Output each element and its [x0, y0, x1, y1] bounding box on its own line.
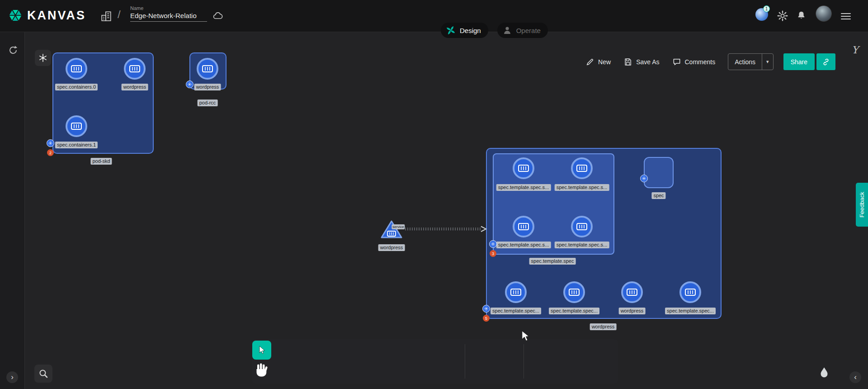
comments-button[interactable]: Comments: [672, 57, 716, 66]
comments-label: Comments: [685, 58, 716, 66]
actions-caret-icon[interactable]: ▾: [762, 54, 773, 70]
settings-gear-icon[interactable]: [777, 10, 788, 22]
save-as-label: Save As: [636, 58, 659, 66]
container-icon: [518, 223, 529, 230]
select-tool[interactable]: [252, 341, 271, 360]
container-node-wordpress[interactable]: [124, 58, 146, 80]
container-node-spec-containers-0[interactable]: [66, 58, 87, 80]
node-label: spec.template.spec...: [665, 308, 716, 314]
structure-toggle-icon[interactable]: Y: [852, 44, 859, 56]
actions-split-button[interactable]: Actions ▾: [728, 53, 773, 70]
actions-label: Actions: [728, 58, 762, 66]
error-count-badge[interactable]: 5: [483, 315, 490, 322]
copy-link-button[interactable]: [816, 53, 835, 70]
container-node-bottom-3[interactable]: [621, 281, 643, 303]
chevron-right-icon: ›: [11, 373, 14, 382]
spec-node[interactable]: [644, 157, 674, 188]
expand-left-panel-button[interactable]: ›: [6, 371, 18, 383]
design-name-input[interactable]: [130, 11, 207, 22]
node-label: wordpress: [122, 84, 148, 90]
cursor-arrow-icon: [256, 345, 267, 356]
pan-hand-icon[interactable]: [253, 362, 269, 379]
node-label: wordpress: [619, 308, 646, 314]
save-icon: [623, 57, 632, 66]
kanvas-logo-icon: [7, 7, 24, 24]
container-icon: [71, 123, 82, 130]
share-button[interactable]: Share: [783, 53, 815, 70]
kanvas-app: KANVAS / Name: [0, 0, 868, 389]
kubernetes-badge-icon[interactable]: [47, 139, 54, 147]
service-node[interactable]: [380, 219, 403, 240]
user-avatar[interactable]: [816, 5, 832, 22]
breadcrumb-separator: /: [118, 8, 121, 21]
node-label: spec.containers.0: [55, 84, 98, 90]
kubernetes-badge-icon[interactable]: [489, 240, 497, 248]
service-deployment-edge[interactable]: [404, 225, 488, 232]
feedback-tab[interactable]: Feedback: [856, 183, 868, 227]
new-design-button[interactable]: New: [585, 57, 611, 66]
container-icon: [569, 289, 580, 296]
node-label: spec: [651, 192, 665, 199]
node-label: spec.containers.1: [55, 142, 98, 148]
dock-divider: [465, 344, 465, 379]
container-icon: [510, 289, 521, 296]
container-icon: [685, 289, 696, 296]
menu-hamburger-icon[interactable]: [841, 11, 851, 21]
container-node-template-1[interactable]: [513, 157, 534, 179]
node-label: wordpress: [194, 84, 221, 90]
left-rail: [0, 32, 25, 389]
cloud-sync-icon[interactable]: [212, 11, 224, 22]
container-icon: [576, 223, 587, 230]
error-count-badge[interactable]: 3: [490, 250, 496, 257]
container-node-wordpress[interactable]: [197, 58, 218, 80]
container-icon: [576, 165, 587, 172]
group-label: spec.template.spec: [529, 258, 576, 265]
operate-mode-icon: [502, 25, 513, 36]
tool-dock: [252, 339, 618, 384]
error-count-badge[interactable]: 2: [47, 149, 54, 156]
design-mode-icon: [445, 25, 456, 36]
container-node-template-2[interactable]: [571, 157, 593, 179]
node-label: spec.template.spec.s...: [496, 184, 551, 191]
container-icon: [202, 65, 213, 72]
container-node-bottom-2[interactable]: [563, 281, 585, 303]
ink-theme-icon[interactable]: [817, 366, 831, 380]
kubernetes-badge-icon[interactable]: [186, 81, 193, 88]
tab-operate[interactable]: Operate: [497, 23, 548, 38]
node-label: spec.template.spec.s...: [555, 242, 609, 248]
dock-divider: [524, 344, 524, 379]
container-node-bottom-1[interactable]: [505, 281, 527, 303]
tab-design[interactable]: Design: [441, 23, 488, 38]
container-icon: [518, 165, 529, 172]
container-node-bottom-4[interactable]: [679, 281, 701, 303]
mode-tabs: Design Operate: [441, 23, 548, 38]
container-icon: [71, 65, 82, 72]
notification-count-badge: 1: [763, 5, 770, 12]
container-icon: [627, 289, 637, 296]
spec-template-spec-group[interactable]: [493, 153, 614, 255]
brand-name: KANVAS: [27, 9, 86, 23]
kanvas-logo[interactable]: KANVAS: [7, 7, 86, 24]
container-node-template-3[interactable]: [513, 216, 534, 237]
node-label: spec.template.spec...: [491, 308, 541, 314]
zoom-search-button[interactable]: [34, 365, 52, 383]
freeze-layout-button[interactable]: [35, 50, 51, 66]
feedback-label: Feedback: [859, 192, 865, 218]
magnifier-icon: [38, 368, 49, 379]
history-sync-icon[interactable]: [8, 45, 19, 56]
kubernetes-badge-icon[interactable]: [482, 305, 490, 313]
collapse-right-panel-button[interactable]: ‹: [849, 371, 861, 383]
group-label: wordpress: [590, 323, 617, 330]
kubernetes-badge-icon[interactable]: [640, 175, 648, 182]
save-as-button[interactable]: Save As: [623, 57, 659, 66]
chevron-left-icon: ‹: [854, 373, 857, 382]
pencil-icon: [585, 57, 594, 66]
notifications-bell-icon[interactable]: [796, 10, 807, 21]
design-name-field: Name: [130, 5, 207, 22]
container-node-spec-containers-1[interactable]: [66, 115, 87, 137]
app-header: KANVAS / Name: [0, 0, 868, 32]
container-node-template-4[interactable]: [571, 216, 593, 237]
snowflake-icon: [38, 53, 48, 63]
node-label: spec.template.spec...: [549, 308, 599, 314]
organization-icon[interactable]: [100, 10, 112, 22]
